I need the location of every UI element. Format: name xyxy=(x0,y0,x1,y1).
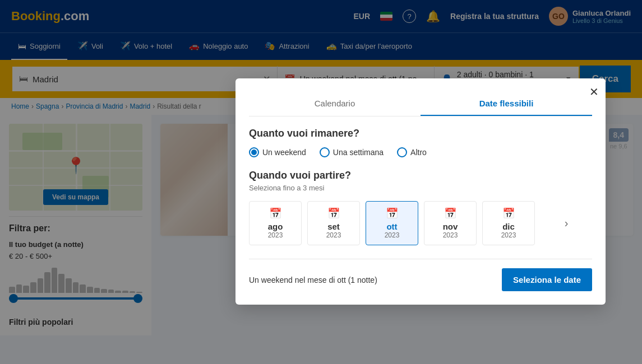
histogram-bar xyxy=(101,289,107,293)
radio-circle-settimana xyxy=(320,147,330,157)
breadcrumb-sep-4: › xyxy=(153,102,155,110)
radio-circle-weekend xyxy=(249,147,259,157)
histogram-bar xyxy=(80,284,86,293)
nav-label-soggiorni: Soggiorni xyxy=(30,42,61,50)
navigation: 🛏 Soggiorni ✈️ Voli ✈️ Volo + hotel 🚗 No… xyxy=(0,32,642,60)
map-area[interactable]: 📍 Vedi su mappa xyxy=(9,124,142,211)
sidebar: 📍 Vedi su mappa Filtra per: Il tuo budge… xyxy=(0,115,151,335)
histogram-bar xyxy=(9,287,15,293)
nav-item-soggiorni[interactable]: 🛏 Soggiorni xyxy=(11,33,67,60)
score-badge: 8,4 xyxy=(609,128,629,142)
nav-label-taxi: Taxi da/per l'aeroporto xyxy=(340,42,412,50)
popular-filters-label: Filtri più popolari xyxy=(9,318,142,326)
months-selector: 📅 ago 2023 📅 set 2023 📅 ott 2023 📅 nov 2… xyxy=(249,201,592,245)
help-icon[interactable]: ? xyxy=(403,10,416,23)
nav-item-volo-hotel[interactable]: ✈️ Volo + hotel xyxy=(113,33,179,60)
tab-date-flessibili[interactable]: Date flessibili xyxy=(421,92,592,116)
histogram-bar xyxy=(130,291,136,293)
histogram-bar xyxy=(94,288,100,293)
when-question: Quando vuoi partire? xyxy=(249,170,592,181)
user-level: Livello 3 di Genius xyxy=(572,17,631,24)
month-nov-year: 2023 xyxy=(429,231,472,239)
slider-handle-right[interactable] xyxy=(133,294,142,303)
month-dic-name: dic xyxy=(487,222,530,231)
when-subtitle: Seleziona fino a 3 mesi xyxy=(249,184,592,192)
radio-weekend[interactable]: Un weekend xyxy=(249,147,306,157)
breadcrumb-spagna[interactable]: Spagna xyxy=(36,102,59,110)
month-nov[interactable]: 📅 nov 2023 xyxy=(424,201,477,245)
histogram-bar xyxy=(38,278,44,293)
calendar-nov-icon: 📅 xyxy=(429,207,472,220)
nav-item-taxi[interactable]: 🚕 Taxi da/per l'aeroporto xyxy=(320,33,419,60)
months-next-chevron-icon[interactable]: › xyxy=(562,214,571,232)
register-link[interactable]: Registra la tua struttura xyxy=(450,12,539,21)
calendar-set-icon: 📅 xyxy=(312,207,355,220)
slider-track xyxy=(9,297,142,300)
modal-close-button[interactable]: ✕ xyxy=(589,85,599,99)
month-ago-year: 2023 xyxy=(254,231,297,239)
radio-label-settimana: Una settimana xyxy=(333,148,384,157)
tab-calendario[interactable]: Calendario xyxy=(249,92,421,116)
bed-icon: 🛏 xyxy=(18,41,26,51)
selection-summary: Un weekend nel mese di ott (1 notte) xyxy=(249,276,377,284)
month-dic[interactable]: 📅 dic 2023 xyxy=(482,201,535,245)
price-range-slider[interactable] xyxy=(9,297,142,309)
breadcrumb-home[interactable]: Home xyxy=(11,102,29,110)
logo-tld: .com xyxy=(61,9,89,23)
month-ott-name: ott xyxy=(371,222,413,231)
month-dic-year: 2023 xyxy=(487,231,530,239)
breadcrumb-madrid[interactable]: Madrid xyxy=(130,102,150,110)
histogram-bar xyxy=(66,278,72,293)
breadcrumb-results: Risultati della r xyxy=(157,102,201,110)
month-set[interactable]: 📅 set 2023 xyxy=(307,201,360,245)
month-ott[interactable]: 📅 ott 2023 xyxy=(366,201,418,245)
view-on-map-button[interactable]: Vedi su mappa xyxy=(43,189,108,205)
slider-handle-left[interactable] xyxy=(9,294,18,303)
budget-section: Il tuo budget (a notte) € 20 - € 500+ xyxy=(9,240,142,309)
plane-hotel-icon: ✈️ xyxy=(120,41,131,51)
car-icon: 🚗 xyxy=(189,41,200,51)
filter-title: Filtra per: xyxy=(9,216,142,234)
currency-selector[interactable]: EUR xyxy=(353,12,370,21)
plane-icon: ✈️ xyxy=(77,41,88,51)
histogram-bar xyxy=(30,282,36,293)
user-info: Gianluca Orlandi Livello 3 di Genius xyxy=(572,9,631,24)
histogram-bar xyxy=(73,282,79,293)
breadcrumb-provincia[interactable]: Provincia di Madrid xyxy=(66,102,123,110)
user-name: Gianluca Orlandi xyxy=(572,9,631,17)
avatar-image: GO xyxy=(549,7,568,26)
calendar-ago-icon: 📅 xyxy=(254,207,297,220)
breadcrumb-sep-3: › xyxy=(125,102,127,110)
breadcrumb-sep-2: › xyxy=(61,102,63,110)
map-pin-icon: 📍 xyxy=(66,156,86,175)
score-area: 8,4 ne 9,6 xyxy=(609,128,629,150)
hotel-image xyxy=(160,124,228,236)
histogram-bar xyxy=(16,284,22,293)
budget-range: € 20 - € 500+ xyxy=(9,252,142,260)
nav-label-attrazioni: Attrazioni xyxy=(279,42,309,50)
user-avatar[interactable]: GO Gianluca Orlandi Livello 3 di Genius xyxy=(549,7,631,26)
month-ago-name: ago xyxy=(254,222,297,231)
radio-settimana[interactable]: Una settimana xyxy=(320,147,384,157)
header: Booking.com EUR ? 🔔 Registra la tua stru… xyxy=(0,0,642,32)
language-flag[interactable] xyxy=(380,12,392,21)
nav-label-volo-hotel: Volo + hotel xyxy=(134,42,172,50)
logo[interactable]: Booking.com xyxy=(11,9,89,24)
histogram-bar xyxy=(23,286,29,293)
select-dates-button[interactable]: Seleziona le date xyxy=(502,268,592,291)
month-ago[interactable]: 📅 ago 2023 xyxy=(249,201,302,245)
nav-item-voli[interactable]: ✈️ Voli xyxy=(71,33,110,60)
histogram-bar xyxy=(122,291,128,293)
search-input[interactable] xyxy=(33,74,258,84)
histogram-bar xyxy=(87,287,93,293)
histogram-bar xyxy=(108,290,114,293)
taxi-icon: 🚕 xyxy=(326,41,337,51)
notifications-icon[interactable]: 🔔 xyxy=(426,10,440,23)
month-next[interactable]: › xyxy=(541,209,592,237)
calendar-dic-icon: 📅 xyxy=(487,207,530,220)
nav-item-attrazioni[interactable]: 🎭 Attrazioni xyxy=(258,33,316,60)
month-set-year: 2023 xyxy=(312,231,355,239)
nav-item-noleggio[interactable]: 🚗 Noleggio auto xyxy=(182,33,255,60)
radio-altro[interactable]: Altro xyxy=(397,147,427,157)
modal-footer: Un weekend nel mese di ott (1 notte) Sel… xyxy=(249,259,592,291)
